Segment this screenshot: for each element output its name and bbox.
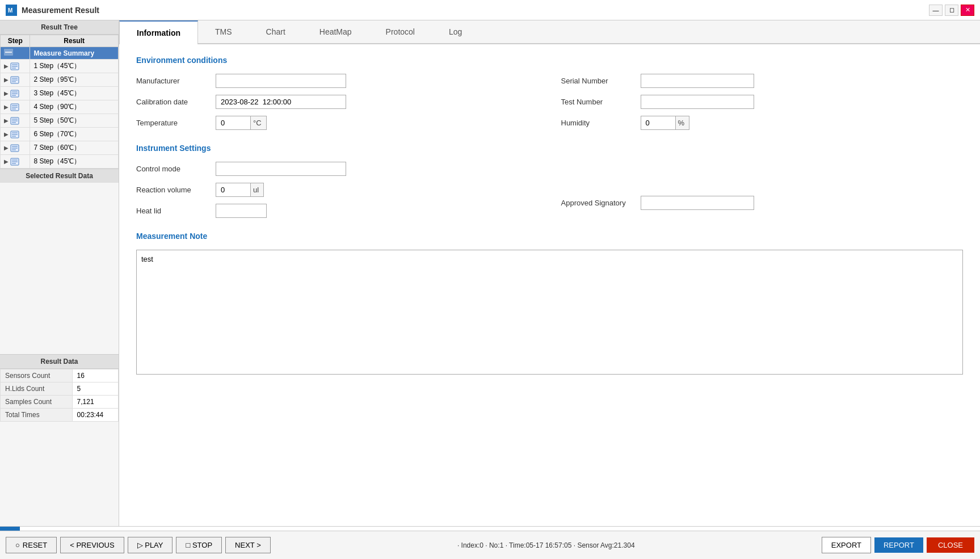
expand-icon: ▶	[4, 117, 9, 124]
calibration-date-row: Calibration date	[136, 95, 539, 109]
humidity-input[interactable]	[641, 116, 675, 129]
tree-step-label: 6 Step（70℃）	[30, 128, 119, 141]
env-left: Manufacturer Calibration date Temperatur…	[136, 74, 539, 130]
selected-result-data-label: Selected Result Data	[0, 169, 119, 183]
previous-button[interactable]: < PREVIOUS	[60, 537, 124, 553]
next-button[interactable]: NEXT >	[225, 537, 271, 553]
temperature-input[interactable]	[216, 116, 250, 129]
close-button[interactable]: CLOSE	[927, 537, 974, 553]
main-content: Result Tree Step Result Measure Summary	[0, 20, 980, 526]
expand-icon: ▶	[4, 145, 9, 151]
right-panel: Information TMS Chart HeatMap Protocol L…	[119, 20, 980, 526]
tab-protocol[interactable]: Protocol	[369, 20, 432, 43]
tree-row[interactable]: ▶ 8 Step（45℃）	[1, 155, 119, 169]
tree-row[interactable]: ▶ 1 Step（45℃）	[1, 60, 119, 73]
total-times-value: 00:23:44	[72, 409, 118, 422]
result-data-row: Total Times 00:23:44	[1, 409, 119, 422]
instrument-left: Control mode Reaction volume ul Heat lid	[136, 162, 539, 218]
content-area: Environment conditions Manufacturer Cali…	[119, 44, 980, 526]
reaction-volume-input[interactable]	[216, 183, 250, 196]
result-data-row: Sensors Count 16	[1, 369, 119, 383]
tree-row[interactable]: ▶ 6 Step（70℃）	[1, 128, 119, 141]
tree-step-label: 1 Step（45℃）	[30, 60, 119, 73]
summary-row[interactable]: Measure Summary	[1, 47, 119, 60]
temperature-label: Temperature	[136, 119, 210, 127]
sensors-count-value: 16	[72, 369, 118, 383]
col-step: Step	[1, 35, 30, 47]
restore-button[interactable]: ◻	[945, 5, 958, 16]
measurement-note-textarea[interactable]: test	[136, 250, 963, 375]
calibration-date-label: Calibration date	[136, 98, 210, 106]
result-data-section: Result Data Sensors Count 16 H.Lids Coun…	[0, 354, 119, 526]
tree-step-label: 4 Step（90℃）	[30, 100, 119, 114]
tree-step-label: 8 Step（45℃）	[30, 155, 119, 169]
footer-area: ○ RESET < PREVIOUS ▷ PLAY □ STOP NEXT > …	[0, 526, 980, 559]
samples-count-label: Samples Count	[1, 396, 73, 409]
reset-button[interactable]: ○ RESET	[6, 537, 57, 553]
test-number-input[interactable]	[641, 95, 754, 109]
expand-icon: ▶	[4, 104, 9, 110]
expand-icon: ▶	[4, 158, 9, 165]
hlids-count-label: H.Lids Count	[1, 383, 73, 396]
result-tree-title: Result Tree	[0, 20, 119, 35]
tab-chart[interactable]: Chart	[249, 20, 302, 43]
result-tree-table: Step Result Measure Summary ▶	[0, 35, 119, 169]
tab-log[interactable]: Log	[432, 20, 479, 43]
tab-tms[interactable]: TMS	[198, 20, 249, 43]
hlids-count-value: 5	[72, 383, 118, 396]
approved-signatory-input[interactable]	[641, 196, 754, 210]
window-controls: — ◻ ✕	[929, 5, 974, 16]
heat-lid-label: Heat lid	[136, 207, 210, 215]
expand-icon: ▶	[4, 77, 9, 83]
sensors-count-label: Sensors Count	[1, 369, 73, 383]
report-button[interactable]: REPORT	[874, 537, 923, 553]
heat-lid-row: Heat lid	[136, 204, 539, 218]
heat-lid-input[interactable]	[216, 204, 267, 218]
tab-bar: Information TMS Chart HeatMap Protocol L…	[119, 20, 980, 44]
status-text: · Index:0 · No:1 · Time:05-17 16:57:05 ·…	[274, 541, 818, 549]
col-result: Result	[30, 35, 119, 47]
reaction-volume-row: Reaction volume ul	[136, 183, 539, 197]
tree-row[interactable]: ▶ 4 Step（90℃）	[1, 100, 119, 114]
stop-button[interactable]: □ STOP	[176, 537, 222, 553]
env-conditions-title: Environment conditions	[136, 56, 963, 65]
instrument-settings-form: Control mode Reaction volume ul Heat lid	[136, 162, 963, 218]
manufacturer-label: Manufacturer	[136, 77, 210, 85]
reaction-volume-unit: ul	[250, 183, 263, 196]
svg-text:M: M	[8, 7, 12, 14]
tree-row[interactable]: ▶ 2 Step（95℃）	[1, 73, 119, 87]
tree-row[interactable]: ▶ 7 Step（60℃）	[1, 141, 119, 155]
titlebar: M Measurement Result — ◻ ✕	[0, 0, 980, 20]
tab-information[interactable]: Information	[119, 20, 198, 44]
window-close-button[interactable]: ✕	[961, 5, 974, 16]
sidebar: Result Tree Step Result Measure Summary	[0, 20, 119, 526]
tree-row[interactable]: ▶ 3 Step（45℃）	[1, 87, 119, 100]
expand-icon: ▶	[4, 131, 9, 137]
humidity-unit: %	[675, 116, 689, 129]
test-number-label: Test Number	[561, 98, 635, 106]
env-right: Serial Number Test Number Humidity %	[561, 74, 964, 130]
play-button[interactable]: ▷ PLAY	[128, 537, 173, 553]
tree-row[interactable]: ▶ 5 Step（50℃）	[1, 114, 119, 128]
next-label: NEXT >	[235, 541, 261, 549]
tree-step-label: 7 Step（60℃）	[30, 141, 119, 155]
progress-bar-container	[0, 526, 980, 531]
samples-count-value: 7,121	[72, 396, 118, 409]
result-data-title: Result Data	[0, 355, 119, 369]
manufacturer-input[interactable]	[216, 74, 346, 88]
temperature-field: °C	[216, 116, 267, 130]
serial-number-label: Serial Number	[561, 77, 635, 85]
export-button[interactable]: EXPORT	[822, 537, 871, 553]
humidity-label: Humidity	[561, 119, 635, 127]
temperature-row: Temperature °C	[136, 116, 539, 130]
serial-number-input[interactable]	[641, 74, 754, 88]
control-mode-input[interactable]	[216, 162, 346, 176]
measurement-note-title: Measurement Note	[136, 232, 963, 241]
approved-signatory-label: Approved Signatory	[561, 199, 635, 207]
tab-heatmap[interactable]: HeatMap	[302, 20, 369, 43]
minimize-button[interactable]: —	[929, 5, 943, 16]
instrument-right: Approved Signatory	[561, 162, 964, 218]
progress-bar	[0, 527, 20, 531]
reset-label: RESET	[23, 541, 47, 549]
calibration-date-input[interactable]	[216, 95, 346, 109]
